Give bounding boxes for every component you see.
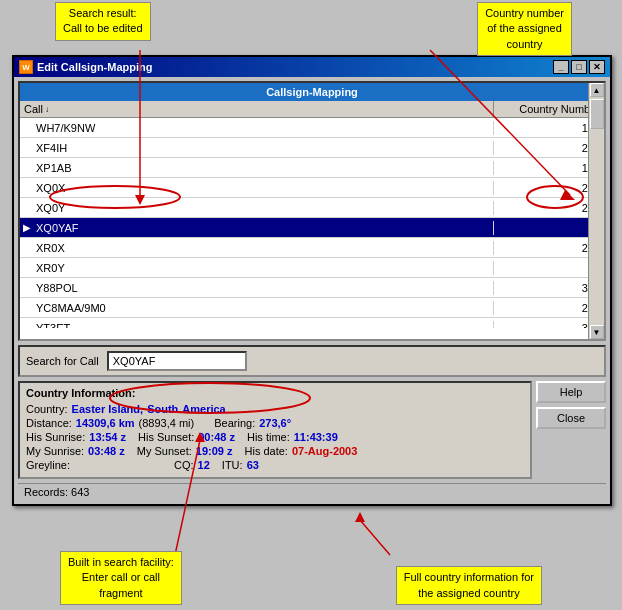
table-rows[interactable]: WH7/K9NW103XF4IH205XP1AB126XQ0X295XQ0Y29… [20, 118, 604, 328]
annotation-search-result: Search result: Call to be edited [55, 2, 151, 41]
table-row[interactable]: XR0Y17 [20, 258, 604, 278]
close-title-button[interactable]: ✕ [589, 60, 605, 74]
country-label: Country: [26, 403, 68, 415]
edit-callsign-mapping-window: W Edit Callsign-Mapping _ □ ✕ Callsign-M… [12, 55, 612, 506]
table-row[interactable]: XQ0Y296 [20, 198, 604, 218]
callsign-table[interactable]: Callsign-Mapping Call ↓ Country Number W… [18, 81, 606, 341]
svg-marker-7 [355, 512, 365, 522]
table-row[interactable]: XR0X295 [20, 238, 604, 258]
window-body: Callsign-Mapping Call ↓ Country Number W… [14, 77, 610, 504]
minimize-button[interactable]: _ [553, 60, 569, 74]
annotation-search-facility: Built in search facility: Enter call or … [60, 551, 182, 605]
table-header: Callsign-Mapping [20, 83, 604, 101]
row-call: YT3ET [34, 321, 494, 329]
country-value-part3: America [182, 403, 225, 415]
cq-label: CQ: [174, 459, 194, 471]
distance-label: Distance: [26, 417, 72, 429]
country-value-part1: Easter Island, [72, 403, 144, 415]
column-headers: Call ↓ Country Number [20, 101, 604, 118]
window-icon: W [19, 60, 33, 74]
bottom-row: Country Information: Country: Easter Isl… [18, 381, 606, 479]
maximize-button[interactable]: □ [571, 60, 587, 74]
row-call: XQ0X [34, 181, 494, 195]
his-sunset-label: His Sunset: [138, 431, 194, 443]
distance-mi: (8893,4 mi) [139, 417, 195, 429]
greyline-label: Greyline: [26, 459, 70, 471]
his-sunrise-label: His Sunrise: [26, 431, 85, 443]
row-call: Y88POL [34, 281, 494, 295]
row-call: XR0X [34, 241, 494, 255]
window-title: Edit Callsign-Mapping [37, 61, 153, 73]
his-sunset-value: 00:48 z [198, 431, 235, 443]
country-row: Country: Easter Island, South America [26, 403, 524, 415]
records-status: Records: 643 [24, 486, 89, 498]
row-indicator: ▶ [20, 222, 34, 233]
status-bar: Records: 643 [18, 483, 606, 500]
help-button[interactable]: Help [536, 381, 606, 403]
table-row[interactable]: XP1AB126 [20, 158, 604, 178]
country-info-panel: Country Information: Country: Easter Isl… [18, 381, 532, 479]
itu-label: ITU: [222, 459, 243, 471]
itu-value: 63 [247, 459, 259, 471]
scroll-thumb[interactable] [590, 99, 604, 129]
country-info-area: Country Information: Country: Easter Isl… [18, 381, 532, 479]
country-info-title: Country Information: [26, 387, 524, 399]
row-call: XP1AB [34, 161, 494, 175]
row-call: WH7/K9NW [34, 121, 494, 135]
my-sunset-value: 19:09 z [196, 445, 233, 457]
cq-value: 12 [198, 459, 210, 471]
his-time-value: 11:43:39 [294, 431, 338, 443]
title-bar-left: W Edit Callsign-Mapping [19, 60, 153, 74]
table-row[interactable]: WH7/K9NW103 [20, 118, 604, 138]
scroll-down-button[interactable]: ▼ [590, 325, 604, 339]
table-row[interactable]: ▶XQ0YAF17 [20, 218, 604, 238]
sunrise-sunset-row2: My Sunrise: 03:48 z My Sunset: 19:09 z H… [26, 445, 524, 457]
button-panel: Help Close [536, 381, 606, 429]
my-sunrise-value: 03:48 z [88, 445, 125, 457]
svg-line-6 [360, 520, 390, 555]
call-column-header: Call ↓ [20, 101, 494, 117]
search-input[interactable] [107, 351, 247, 371]
sort-icon: ↓ [45, 105, 49, 114]
sunrise-sunset-row1: His Sunrise: 13:54 z His Sunset: 00:48 z… [26, 431, 524, 443]
greyline-cq-row: Greyline: CQ: 12 ITU: 63 [26, 459, 524, 471]
his-sunrise-value: 13:54 z [89, 431, 126, 443]
bearing-label: Bearing: [214, 417, 255, 429]
table-container: Callsign-Mapping Call ↓ Country Number W… [18, 81, 606, 341]
his-date-value: 07-Aug-2003 [292, 445, 357, 457]
annotation-country-number: Country number of the assigned country [477, 2, 572, 56]
scroll-up-button[interactable]: ▲ [590, 83, 604, 97]
my-sunset-label: My Sunset: [137, 445, 192, 457]
distance-bearing-row: Distance: 14309,6 km (8893,4 mi) Bearing… [26, 417, 524, 429]
row-call: XQ0Y [34, 201, 494, 215]
table-row[interactable]: Y88POL310 [20, 278, 604, 298]
scrollbar[interactable]: ▲ ▼ [588, 83, 604, 339]
bearing-value: 273,6° [259, 417, 291, 429]
table-row[interactable]: XQ0X295 [20, 178, 604, 198]
his-time-label: His time: [247, 431, 290, 443]
table-row[interactable]: YC8MAA/9M0244 [20, 298, 604, 318]
row-call: XR0Y [34, 261, 494, 275]
row-call: XF4IH [34, 141, 494, 155]
row-call: XQ0YAF [34, 221, 494, 235]
table-row[interactable]: XF4IH205 [20, 138, 604, 158]
search-area: Search for Call [18, 345, 606, 377]
search-label: Search for Call [26, 355, 99, 367]
my-sunrise-label: My Sunrise: [26, 445, 84, 457]
table-row[interactable]: YT3ET314 [20, 318, 604, 328]
title-bar: W Edit Callsign-Mapping _ □ ✕ [14, 57, 610, 77]
his-date-label: His date: [245, 445, 288, 457]
annotation-country-info: Full country information for the assigne… [396, 566, 542, 605]
country-value-part2: South [147, 403, 178, 415]
title-buttons: _ □ ✕ [553, 60, 605, 74]
distance-value: 14309,6 km [76, 417, 135, 429]
close-button[interactable]: Close [536, 407, 606, 429]
row-call: YC8MAA/9M0 [34, 301, 494, 315]
